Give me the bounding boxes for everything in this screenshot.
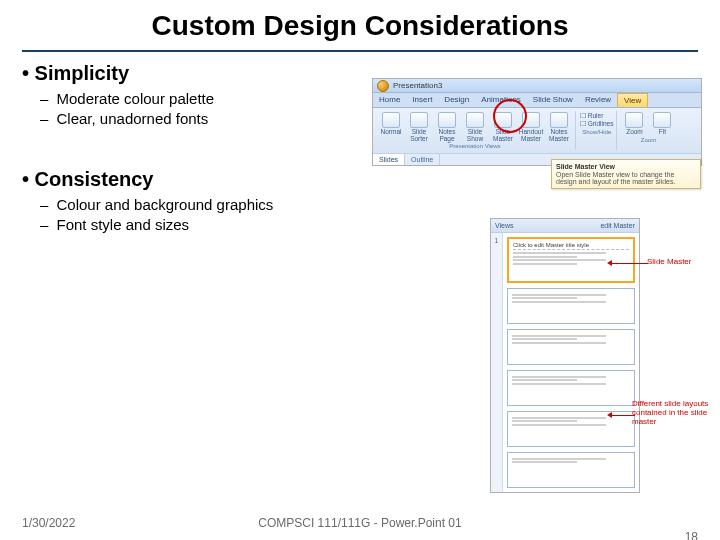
footer-center: COMPSCI 111/111G - Power.Point 01: [0, 516, 720, 530]
icon-handout-master: Handout Master: [518, 112, 544, 142]
ribbon-tooltip: Slide Master View Open Slide Master view…: [551, 159, 701, 189]
slide-number: 1: [495, 237, 499, 244]
office-button-icon: [377, 80, 389, 92]
callout-slide-master: Slide Master: [647, 258, 712, 267]
thumb-layout: [507, 329, 635, 365]
slide-footer: 1/30/2022 COMPSCI 111/111G - Power.Point…: [0, 516, 720, 530]
smpanel-thumbs: Click to edit Master title style: [503, 233, 639, 492]
callout-layouts: Different slide layouts contained in the…: [632, 400, 712, 426]
tooltip-title: Slide Master View: [556, 163, 696, 170]
callout-line: [610, 415, 635, 416]
thumb-master: Click to edit Master title style: [507, 237, 635, 283]
chk-ruler: ☐ Ruler: [580, 112, 613, 120]
icon-normal: Normal: [378, 112, 404, 142]
smpanel-header-left: Views: [495, 222, 514, 229]
smpanel-numbers: 1: [491, 233, 503, 492]
tab-review: Review: [579, 93, 617, 107]
slide-master-panel: Views edit Master 1 Click to edit Master…: [490, 218, 640, 493]
arrow-left-icon: [607, 260, 612, 266]
tooltip-body: Open Slide Master view to change the des…: [556, 171, 696, 185]
footer-page-number: 18: [685, 530, 698, 540]
tab-animations: Animations: [475, 93, 527, 107]
thumb-layout: [507, 452, 635, 488]
strip-tab-slides: Slides: [373, 154, 405, 165]
ribbon-titlebar: Presentation3: [373, 79, 701, 93]
thumb-master-title: Click to edit Master title style: [513, 242, 629, 250]
group-label: Zoom: [641, 137, 656, 143]
group-show-hide: ☐ Ruler ☐ Gridlines Show/Hide: [577, 111, 617, 150]
window-title: Presentation3: [393, 81, 442, 90]
tab-slideshow: Slide Show: [527, 93, 579, 107]
icon-notes-master: Notes Master: [546, 112, 572, 142]
thumb-layout: [507, 411, 635, 447]
ribbon-screenshot: Presentation3 Home Insert Design Animati…: [372, 78, 702, 166]
group-label: Show/Hide: [582, 129, 611, 135]
icon-slide-master: Slide Master: [490, 112, 516, 142]
sub-item: Colour and background graphics: [54, 195, 698, 215]
arrow-left-icon: [607, 412, 612, 418]
thumb-layout: [507, 288, 635, 324]
tab-home: Home: [373, 93, 406, 107]
tab-design: Design: [438, 93, 475, 107]
tab-view: View: [617, 93, 648, 107]
smpanel-header: Views edit Master: [491, 219, 639, 233]
smpanel-header-right: edit Master: [600, 222, 635, 229]
icon-slide-show: Slide Show: [462, 112, 488, 142]
footer-date: 1/30/2022: [22, 516, 75, 530]
title-underline: [22, 50, 698, 52]
ribbon-body: Normal Slide Sorter Notes Page Slide Sho…: [373, 108, 701, 153]
strip-tab-outline: Outline: [405, 154, 440, 165]
tab-insert: Insert: [406, 93, 438, 107]
chk-gridlines: ☐ Gridlines: [580, 120, 613, 128]
thumb-layout: [507, 370, 635, 406]
ribbon-tabs: Home Insert Design Animations Slide Show…: [373, 93, 701, 108]
slide-title: Custom Design Considerations: [0, 0, 720, 50]
icon-fit: Fit: [649, 112, 675, 136]
icon-slide-sorter: Slide Sorter: [406, 112, 432, 142]
group-label: Presentation Views: [449, 143, 500, 149]
icon-notes-page: Notes Page: [434, 112, 460, 142]
callout-line: [610, 263, 648, 264]
group-presentation-views: Normal Slide Sorter Notes Page Slide Sho…: [375, 111, 576, 150]
icon-zoom: Zoom: [621, 112, 647, 136]
group-zoom: Zoom Fit Zoom: [618, 111, 678, 150]
